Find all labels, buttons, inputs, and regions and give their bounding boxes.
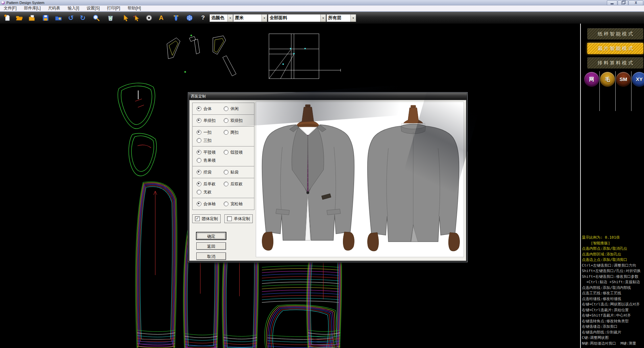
app-icon [1,1,5,4]
radio-label: 青果领 [203,158,216,163]
text-tool-button[interactable]: A [156,13,166,23]
combo-value: 厘米 [233,15,262,22]
ring-tool-button[interactable] [144,13,154,23]
new-document-button[interactable] [2,13,12,23]
pattern-wheel-button[interactable] [184,13,195,23]
checkbox-single-custom[interactable]: 单体定制 [224,214,253,223]
menu-item[interactable]: 帮助[H] [124,5,145,11]
redo-button[interactable]: ↻ [78,13,88,23]
radio-label: 贴袋 [230,169,239,175]
help-button[interactable]: ? [198,13,208,23]
layer-select-combo[interactable]: 所有层 ▼ [326,14,356,22]
zoom-button[interactable] [91,13,101,23]
round-button-SM[interactable]: SM [616,72,631,87]
radio-label: 两扣 [230,130,239,135]
radio-合体袖[interactable]: 合体袖 [197,200,224,208]
menu-item[interactable]: 文件[F] [0,5,20,11]
restore-button[interactable] [618,0,628,5]
cancel-button[interactable]: 取消 [196,252,226,260]
suit-back-image [363,103,464,258]
status-line: N键:两组缝边对剪口 M键:测量 [582,341,644,347]
radio-icon [197,130,201,135]
checkbox-group-custom[interactable]: 团体定制 [192,214,221,223]
status-line: 点选工艺线:修改工艺线 [582,291,644,296]
unit-select-combo[interactable]: 厘米 ▼ [233,14,267,22]
layer-toggle-row: 网毛SMXY [581,71,644,112]
mode-button-2[interactable]: 裁片智能模式 [587,43,643,54]
radio-label: 无衩 [203,189,212,195]
green-sleeve-pieces [118,83,156,176]
radio-icon [224,170,228,175]
open-file-button[interactable] [14,13,24,23]
round-button-毛[interactable]: 毛 [600,72,615,87]
radio-单排扣[interactable]: 单排扣 [197,116,224,125]
chevron-down-icon[interactable]: ▼ [350,15,356,22]
menu-item[interactable]: 输入[I] [64,5,83,11]
dialog-title-bar[interactable]: 西装定制 [189,93,467,100]
radio-无衩[interactable]: 无衩 [197,188,224,196]
radio-青果领[interactable]: 青果领 [197,156,224,164]
save-button[interactable] [41,13,51,23]
radio-合体[interactable]: 合体 [197,105,224,113]
radio-icon [197,138,201,143]
radio-两扣[interactable]: 两扣 [224,128,254,136]
radio-平驳领[interactable]: 平驳领 [197,148,224,156]
radio-label: 单排扣 [203,118,216,124]
select-arrow-button[interactable] [121,13,131,23]
radio-双排扣[interactable]: 双排扣 [224,116,254,125]
undo-button[interactable]: ↺ [66,13,76,23]
chevron-down-icon[interactable]: ▼ [262,15,267,22]
radio-贴袋[interactable]: 贴袋 [224,168,254,176]
grading-nest[interactable] [265,305,337,348]
round-button-XY[interactable]: XY [632,72,644,87]
chevron-down-icon[interactable]: ▼ [320,15,326,22]
band-nest[interactable] [262,266,339,303]
radio-label: 后双衩 [230,181,243,187]
mode-button-1[interactable]: 纸样智能模式 [587,28,643,39]
title-bar[interactable]: Pattern Design System X [0,0,644,5]
radio-三扣[interactable]: 三扣 [197,136,224,144]
radio-挖袋[interactable]: 挖袋 [197,168,224,176]
radio-label: 一扣 [203,130,212,135]
minimize-icon [611,3,614,4]
radio-label: 平驳领 [203,150,216,155]
menu-item[interactable]: 打印[P] [103,5,124,11]
status-line: 点选内部线:添加/取消内部线 [582,285,644,291]
add-to-library-button[interactable] [53,13,64,23]
checkbox-icon [195,216,200,221]
radio-label: 合体 [203,106,212,112]
radio-一扣[interactable]: 一扣 [197,128,224,136]
node-select-arrow-button[interactable] [131,13,142,23]
radio-后双衩[interactable]: 后双衩 [224,180,254,188]
menu-item[interactable]: 部件库[L] [20,5,44,11]
status-line: Shift+左键选剪口/孔位:对折切换 [582,268,644,274]
minimize-button[interactable] [607,0,617,5]
round-button-网[interactable]: 网 [584,72,599,87]
menu-item[interactable]: 设置[S] [83,5,103,11]
fabric-select-combo[interactable]: 全部面料 ▼ [268,14,326,22]
option-group-1: 合体休闲 [192,103,254,115]
radio-宽松袖[interactable]: 宽松袖 [224,200,254,208]
chevron-down-icon[interactable]: ▼ [227,15,233,22]
color-select-combo[interactable]: 选颜色 ▼ [209,14,233,22]
status-line: C键:调整网状图 [582,335,644,341]
confirm-button[interactable]: 确定 [196,232,226,240]
grading-nest[interactable] [135,182,177,348]
toolbar: ↺ ↻ A ? 选颜色 ▼ 厘米 ▼ 全部面料 ▼ [0,11,644,24]
menu-item[interactable]: 尺码表 [44,5,64,11]
radio-戗驳领[interactable]: 戗驳领 [224,148,254,156]
radio-休闲[interactable]: 休闲 [224,105,254,113]
combo-value: 所有层 [327,15,350,22]
import-piece-button[interactable] [27,13,37,23]
recycle-bin-button[interactable] [105,13,116,23]
mode-button-3[interactable]: 排料算料模式 [587,57,643,69]
close-button[interactable]: X [628,0,643,5]
status-line: 右键选内部线:分割裁片 [582,330,644,336]
seam-allowance-tool-button[interactable] [171,13,181,23]
radio-后单衩[interactable]: 后单衩 [197,180,224,188]
suit-preview-panel [256,102,464,257]
pattern-design-system-window: Pattern Design System X 文件[F]部件库[L]尺码表输入… [0,0,644,348]
radio-icon [224,150,228,155]
option-group-3: 一扣两扣三扣 [192,126,254,146]
return-button[interactable]: 返回 [196,242,226,250]
